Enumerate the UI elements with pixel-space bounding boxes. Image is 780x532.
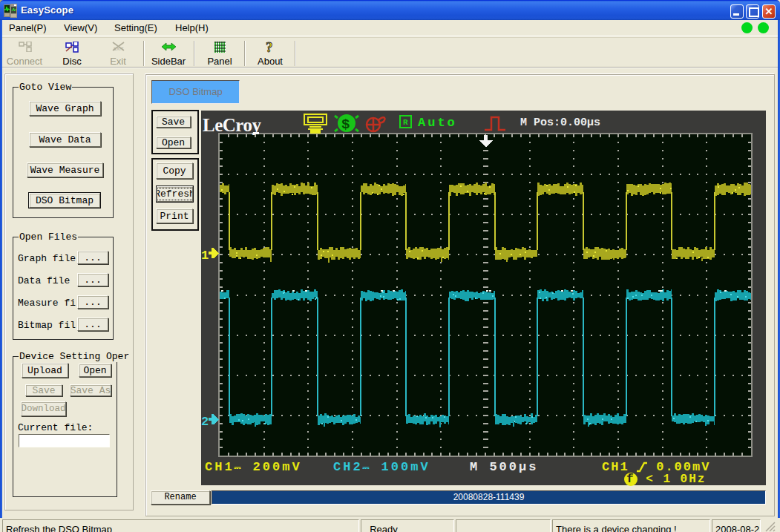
svg-text:R: R [403, 118, 408, 127]
svg-text:?: ? [266, 40, 273, 54]
svg-text:EXIT: EXIT [114, 47, 124, 51]
svg-text:2: 2 [201, 415, 209, 429]
svg-text:$: $ [341, 116, 350, 133]
svg-text:1: 1 [201, 249, 209, 263]
